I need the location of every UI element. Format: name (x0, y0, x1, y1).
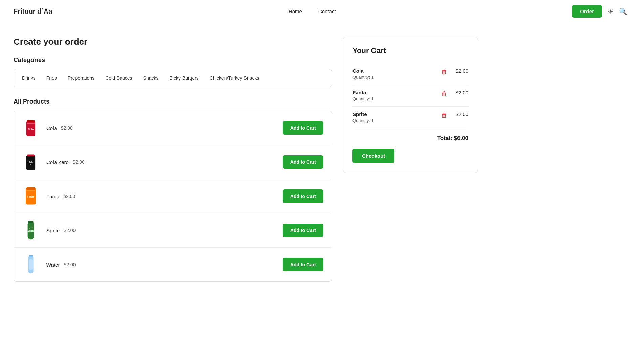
product-row-colazero: Cola Zero Cola Zero $2.00 Add to Cart (14, 145, 332, 179)
product-price-fanta: $2.00 (63, 194, 75, 199)
page-title: Create your order (14, 37, 332, 47)
product-info-colazero: Cola Zero $2.00 (46, 159, 276, 165)
svg-rect-3 (27, 123, 35, 124)
add-to-cart-sprite[interactable]: Add to Cart (283, 224, 323, 237)
cart-item-qty-fanta: Quantity: 1 (352, 96, 436, 101)
product-img-sprite: Sprite (22, 220, 40, 241)
product-img-colazero: Cola Zero (22, 151, 40, 173)
svg-rect-19 (29, 255, 33, 257)
svg-rect-10 (26, 187, 35, 190)
product-name-water: Water (46, 262, 60, 268)
product-img-cola: Cola (22, 117, 40, 139)
cart-item-name-cola: Cola (352, 68, 436, 74)
category-bicky-burgers[interactable]: Bicky Burgers (170, 75, 199, 81)
cart-item-qty-cola: Quantity: 1 (352, 75, 436, 80)
svg-rect-12 (26, 190, 35, 191)
category-fries[interactable]: Fries (46, 75, 57, 81)
category-preperations[interactable]: Preperations (68, 75, 94, 81)
cart-item-qty-sprite: Quantity: 1 (352, 118, 436, 123)
cart-sidebar: Your Cart Cola Quantity: 1 🗑 $2.00 Fanta… (343, 37, 478, 173)
product-info-fanta: Fanta $2.00 (46, 194, 276, 199)
cart-item-name-fanta: Fanta (352, 90, 436, 95)
product-img-water (22, 254, 40, 275)
product-img-fanta: Fanta (22, 185, 40, 207)
product-row-cola: Cola Cola $2.00 Add to Cart (14, 111, 332, 145)
cart-item-name-sprite: Sprite (352, 111, 436, 117)
cart-box: Your Cart Cola Quantity: 1 🗑 $2.00 Fanta… (343, 37, 478, 173)
products-section-title: All Products (14, 98, 332, 105)
cart-delete-cola[interactable]: 🗑 (439, 68, 449, 76)
product-info-water: Water $2.00 (46, 262, 276, 268)
add-to-cart-water[interactable]: Add to Cart (283, 258, 323, 271)
product-name-sprite: Sprite (46, 228, 60, 233)
svg-text:Fanta: Fanta (27, 195, 35, 198)
brand-name: Frituur d`Aa (14, 7, 52, 15)
cart-item-price-sprite: $2.00 (452, 111, 468, 117)
cart-delete-fanta[interactable]: 🗑 (439, 90, 449, 98)
cart-item-price-cola: $2.00 (452, 68, 468, 74)
cart-item-info-sprite: Sprite Quantity: 1 (352, 111, 436, 123)
category-drinks[interactable]: Drinks (22, 75, 36, 81)
category-chicken-turkey-snacks[interactable]: Chicken/Turkey Snacks (210, 75, 259, 81)
cart-delete-sprite[interactable]: 🗑 (439, 111, 449, 120)
svg-text:Cola: Cola (28, 128, 34, 131)
categories-section-title: Categories (14, 56, 332, 64)
product-info-sprite: Sprite $2.00 (46, 228, 276, 233)
svg-rect-8 (27, 158, 35, 158)
svg-point-17 (31, 227, 33, 228)
order-button[interactable]: Order (572, 5, 602, 18)
product-row-sprite: Sprite Sprite $2.00 Add to Cart (14, 213, 332, 248)
cart-total-row: Total: $6.00 (352, 128, 468, 149)
add-to-cart-cola[interactable]: Add to Cart (283, 121, 323, 135)
products-list: Cola Cola $2.00 Add to Cart Cola (14, 111, 332, 282)
svg-rect-20 (29, 259, 33, 270)
product-name-colazero: Cola Zero (46, 159, 69, 165)
main-panel: Create your order Categories Drinks Frie… (14, 37, 332, 282)
navbar: Frituur d`Aa Home Contact Order ☀ 🔍 (0, 0, 641, 23)
cart-item-fanta: Fanta Quantity: 1 🗑 $2.00 (352, 85, 468, 107)
nav-links: Home Contact (289, 8, 336, 14)
cart-item-sprite: Sprite Quantity: 1 🗑 $2.00 (352, 107, 468, 128)
product-price-water: $2.00 (64, 262, 76, 267)
cart-item-cola: Cola Quantity: 1 🗑 $2.00 (352, 63, 468, 85)
cart-item-price-fanta: $2.00 (452, 90, 468, 95)
categories-box: Drinks Fries Preperations Cold Sauces Sn… (14, 69, 332, 87)
page-content: Create your order Categories Drinks Frie… (0, 23, 641, 295)
svg-point-16 (29, 228, 30, 229)
category-snacks[interactable]: Snacks (143, 75, 159, 81)
cart-title: Your Cart (352, 46, 468, 55)
product-name-cola: Cola (46, 125, 57, 131)
svg-rect-14 (28, 221, 34, 223)
checkout-button[interactable]: Checkout (352, 149, 394, 163)
product-price-colazero: $2.00 (73, 159, 85, 165)
svg-rect-5 (27, 155, 35, 157)
product-price-cola: $2.00 (61, 125, 73, 131)
product-price-sprite: $2.00 (64, 228, 76, 233)
cart-item-info-cola: Cola Quantity: 1 (352, 68, 436, 80)
cart-item-info-fanta: Fanta Quantity: 1 (352, 90, 436, 101)
nav-right: Order ☀ 🔍 (572, 5, 627, 18)
product-info-cola: Cola $2.00 (46, 125, 276, 131)
svg-text:Cola: Cola (29, 161, 33, 163)
nav-contact[interactable]: Contact (318, 8, 336, 14)
cart-total-label: Total: $6.00 (437, 135, 468, 142)
category-cold-sauces[interactable]: Cold Sauces (105, 75, 132, 81)
product-name-fanta: Fanta (46, 194, 59, 199)
theme-toggle-button[interactable]: ☀ (607, 7, 614, 16)
search-button[interactable]: 🔍 (619, 7, 627, 16)
nav-home[interactable]: Home (289, 8, 302, 14)
svg-text:Zero: Zero (29, 163, 33, 165)
svg-rect-1 (27, 120, 35, 122)
add-to-cart-colazero[interactable]: Add to Cart (283, 155, 323, 169)
product-row-water: Water $2.00 Add to Cart (14, 248, 332, 281)
svg-text:Sprite: Sprite (28, 230, 34, 232)
product-row-fanta: Fanta Fanta $2.00 Add to Cart (14, 179, 332, 213)
add-to-cart-fanta[interactable]: Add to Cart (283, 189, 323, 203)
